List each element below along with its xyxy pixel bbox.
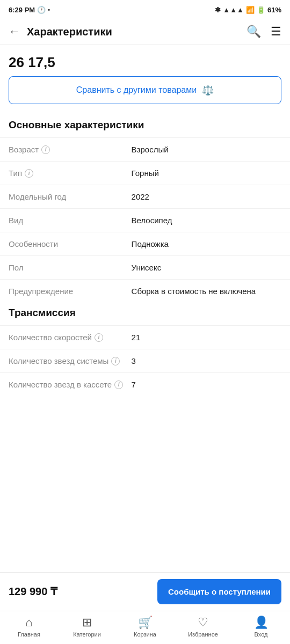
product-size-label: 26 17,5: [0, 45, 290, 76]
nav-item-home[interactable]: ⌂Главная: [0, 616, 58, 638]
status-icons: ✱ ▲▲▲ 📶 🔋 61%: [215, 6, 281, 14]
spec-label: Вид: [9, 216, 132, 225]
bottom-bar: 129 990 ₸ Сообщить о поступлении ⌂Главна…: [0, 572, 290, 645]
cart-nav-label: Корзина: [134, 631, 156, 638]
home-nav-label: Главная: [18, 631, 40, 638]
header-actions: 🔍 ☰: [247, 25, 281, 39]
spec-row: ПолУнисекс: [0, 255, 290, 279]
profile-nav-label: Вход: [255, 631, 268, 638]
spec-label: Количество звезд системыi: [9, 356, 132, 365]
spec-value: Унисекс: [132, 263, 281, 272]
nav-item-favorites[interactable]: ♡Избранное: [174, 616, 232, 638]
spec-row: ВидВелосипед: [0, 208, 290, 232]
spec-label: Возрастi: [9, 145, 132, 154]
status-time: 6:29 PM 🕐 •: [9, 6, 50, 14]
spec-value: Сборка в стоимость не включена: [132, 287, 281, 296]
header: ← Характеристики 🔍 ☰: [0, 19, 290, 45]
spec-value: 2022: [132, 192, 281, 201]
section-transmission: ТрансмиссияКоличество скоростейi21Количе…: [0, 303, 290, 396]
cart-nav-icon: 🛒: [138, 616, 153, 630]
spec-row: Количество звезд в кассетеi7: [0, 372, 290, 396]
nav-item-profile[interactable]: 👤Вход: [232, 616, 290, 638]
info-icon[interactable]: i: [111, 357, 120, 365]
spec-label: Количество скоростейi: [9, 333, 132, 342]
info-icon[interactable]: i: [41, 145, 50, 154]
spec-row: Количество звезд системыi3: [0, 349, 290, 372]
nav-item-categories[interactable]: ⊞Категории: [58, 616, 116, 638]
spec-value: 7: [132, 380, 281, 389]
spec-label: Особенности: [9, 239, 132, 248]
spec-row: Модельный год2022: [0, 185, 290, 208]
info-icon[interactable]: i: [25, 169, 33, 178]
section-main: Основные характеристикиВозрастiВзрослыйТ…: [0, 115, 290, 303]
page-title: Характеристики: [27, 26, 247, 38]
spec-row: ПредупреждениеСборка в стоимость не вклю…: [0, 279, 290, 303]
back-button[interactable]: ←: [9, 25, 20, 39]
section-title-transmission: Трансмиссия: [0, 303, 290, 325]
status-bar: 6:29 PM 🕐 • ✱ ▲▲▲ 📶 🔋 61%: [0, 0, 290, 19]
spec-label: Пол: [9, 263, 132, 272]
spec-value: Горный: [132, 169, 281, 178]
profile-nav-icon: 👤: [254, 616, 269, 630]
specs-container: Основные характеристикиВозрастiВзрослыйТ…: [0, 115, 290, 396]
favorites-nav-icon: ♡: [198, 616, 208, 630]
section-title-main: Основные характеристики: [0, 115, 290, 137]
favorites-nav-label: Избранное: [188, 631, 218, 638]
bottom-nav: ⌂Главная⊞Категории🛒Корзина♡Избранное👤Вхо…: [0, 611, 290, 644]
spec-row: ОсобенностиПодножка: [0, 232, 290, 255]
spec-value: Взрослый: [132, 145, 281, 154]
notify-button[interactable]: Сообщить о поступлении: [157, 579, 281, 605]
compare-button-label: Сравнить с другими товарами: [76, 85, 197, 95]
spec-row: ТипiГорный: [0, 161, 290, 185]
spec-row: Количество скоростейi21: [0, 325, 290, 349]
spec-value: Подножка: [132, 239, 281, 248]
spec-row: ВозрастiВзрослый: [0, 137, 290, 161]
compare-button[interactable]: Сравнить с другими товарами ⚖️: [9, 76, 281, 104]
spec-label: Предупреждение: [9, 287, 132, 296]
product-price: 129 990 ₸: [9, 585, 151, 598]
spec-label: Типi: [9, 169, 132, 178]
categories-nav-label: Категории: [73, 631, 101, 638]
scale-icon: ⚖️: [202, 84, 214, 96]
spec-value: Велосипед: [132, 216, 281, 225]
spec-label: Количество звезд в кассетеi: [9, 380, 132, 389]
price-action-bar: 129 990 ₸ Сообщить о поступлении: [0, 573, 290, 611]
spec-value: 3: [132, 356, 281, 365]
spec-value: 21: [132, 333, 281, 342]
info-icon[interactable]: i: [114, 380, 123, 389]
home-nav-icon: ⌂: [25, 616, 32, 630]
nav-item-cart[interactable]: 🛒Корзина: [116, 616, 174, 638]
menu-icon[interactable]: ☰: [271, 25, 281, 39]
categories-nav-icon: ⊞: [82, 616, 92, 630]
info-icon[interactable]: i: [95, 333, 103, 342]
spec-label: Модельный год: [9, 192, 132, 201]
search-icon[interactable]: 🔍: [247, 25, 261, 39]
